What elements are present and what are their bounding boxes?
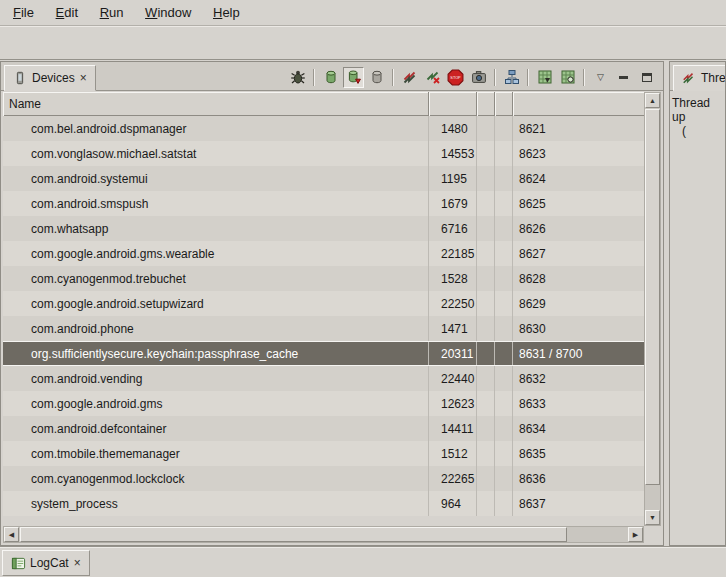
process-table: Name com.bel.android.dspmanager 1480 862…	[3, 92, 661, 543]
scroll-down-icon[interactable]: ▼	[645, 510, 660, 525]
scroll-right-icon[interactable]: ▶	[628, 527, 643, 542]
tab-threads[interactable]: Threads ×	[673, 65, 726, 91]
table-row[interactable]: com.google.android.setupwizard 22250 862…	[3, 291, 644, 316]
opengl-trace-icon[interactable]	[557, 67, 578, 88]
cell-empty-1	[477, 391, 495, 416]
stop-icon-label: STOP	[450, 76, 461, 80]
menu-run[interactable]: Run	[91, 2, 133, 23]
maximize-icon[interactable]	[636, 67, 657, 88]
horizontal-scrollbar[interactable]: ◀ ▶	[3, 526, 644, 543]
vertical-scrollbar[interactable]: ▲ ▼	[644, 92, 661, 526]
table-row[interactable]: com.android.phone 1471 8630	[3, 316, 644, 341]
cell-name: com.cyanogenmod.trebuchet	[3, 266, 429, 291]
cell-empty-2	[495, 291, 513, 316]
vertical-scroll-thumb[interactable]	[645, 109, 660, 485]
table-row[interactable]: com.cyanogenmod.trebuchet 1528 8628	[3, 266, 644, 291]
table-row[interactable]: com.android.defcontainer 14411 8634	[3, 416, 644, 441]
cell-pid: 12623	[429, 391, 477, 416]
debug-process-icon[interactable]	[287, 67, 308, 88]
column-header-empty-1[interactable]	[477, 92, 495, 116]
cell-pid: 20311	[429, 342, 477, 365]
table-row[interactable]: com.tmobile.thememanager 1512 8635	[3, 441, 644, 466]
menu-file[interactable]: File	[4, 2, 43, 23]
column-header-pid[interactable]	[429, 92, 477, 116]
cell-name: com.google.android.gms	[3, 391, 429, 416]
table-row[interactable]: com.android.smspush 1679 8625	[3, 191, 644, 216]
update-heap-icon[interactable]	[320, 67, 341, 88]
cell-port: 8627	[513, 241, 644, 266]
cell-pid: 22250	[429, 291, 477, 316]
scroll-up-icon[interactable]: ▲	[645, 93, 660, 108]
threads-message-line2: (	[672, 124, 723, 138]
table-row[interactable]: system_process 964 8637	[3, 491, 644, 516]
cell-empty-1	[477, 366, 495, 391]
cell-empty-2	[495, 342, 513, 365]
table-row[interactable]: com.bel.android.dspmanager 1480 8621	[3, 116, 644, 141]
cell-port: 8632	[513, 366, 644, 391]
table-row[interactable]: com.cyanogenmod.lockclock 22265 8636	[3, 466, 644, 491]
cell-name: system_process	[3, 491, 429, 516]
cell-port: 8635	[513, 441, 644, 466]
cell-empty-1	[477, 491, 495, 516]
tab-devices[interactable]: Devices ×	[4, 65, 96, 91]
cell-empty-2	[495, 241, 513, 266]
table-row[interactable]: com.android.vending 22440 8632	[3, 366, 644, 391]
column-header-port[interactable]	[513, 92, 644, 116]
cell-pid: 6716	[429, 216, 477, 241]
menu-help[interactable]: Help	[204, 2, 249, 23]
horizontal-scroll-thumb[interactable]	[20, 527, 567, 542]
cell-pid: 22265	[429, 466, 477, 491]
cell-empty-1	[477, 216, 495, 241]
cell-pid: 22440	[429, 366, 477, 391]
cell-empty-2	[495, 391, 513, 416]
cell-empty-1	[477, 166, 495, 191]
menu-edit[interactable]: Edit	[47, 2, 87, 23]
device-icon	[12, 70, 28, 86]
method-profiling-icon[interactable]	[422, 67, 443, 88]
systrace-icon[interactable]	[534, 67, 555, 88]
screen-capture-icon[interactable]	[468, 67, 489, 88]
dump-hprof-icon[interactable]	[343, 67, 364, 88]
table-row[interactable]: org.sufficientlysecure.keychain:passphra…	[3, 341, 644, 366]
scroll-left-icon[interactable]: ◀	[4, 527, 19, 542]
column-header-empty-2[interactable]	[495, 92, 513, 116]
cell-port: 8628	[513, 266, 644, 291]
cell-name: com.vonglasow.michael.satstat	[3, 141, 429, 166]
cause-gc-icon[interactable]	[366, 67, 387, 88]
cell-name: com.tmobile.thememanager	[3, 441, 429, 466]
cell-port: 8631 / 8700	[513, 342, 644, 365]
cell-empty-2	[495, 116, 513, 141]
devices-tabbar: Devices ×	[1, 62, 663, 91]
toolbar-separator	[583, 69, 585, 86]
table-row[interactable]: com.google.android.gms.wearable 22185 86…	[3, 241, 644, 266]
table-row[interactable]: com.vonglasow.michael.satstat 14553 8623	[3, 141, 644, 166]
table-row[interactable]: com.google.android.gms 12623 8633	[3, 391, 644, 416]
cell-empty-1	[477, 191, 495, 216]
close-icon[interactable]: ×	[73, 557, 82, 569]
cell-port: 8634	[513, 416, 644, 441]
cell-name: com.android.phone	[3, 316, 429, 341]
cell-empty-2	[495, 266, 513, 291]
table-row[interactable]: com.whatsapp 6716 8626	[3, 216, 644, 241]
stop-process-icon[interactable]: STOP	[445, 67, 466, 88]
cell-name: com.whatsapp	[3, 216, 429, 241]
cell-pid: 1480	[429, 116, 477, 141]
view-hierarchy-icon[interactable]	[501, 67, 522, 88]
main-toolbar	[0, 26, 726, 60]
update-threads-icon[interactable]	[399, 67, 420, 88]
view-menu-icon[interactable]: ▽	[590, 67, 611, 88]
cell-empty-2	[495, 441, 513, 466]
cell-empty-2	[495, 191, 513, 216]
menu-window[interactable]: Window	[136, 2, 200, 23]
cell-port: 8636	[513, 466, 644, 491]
cell-pid: 1679	[429, 191, 477, 216]
cell-port: 8626	[513, 216, 644, 241]
table-row[interactable]: com.android.systemui 1195 8624	[3, 166, 644, 191]
tab-logcat[interactable]: LogCat ×	[2, 550, 90, 576]
close-icon[interactable]: ×	[79, 72, 88, 84]
cell-empty-1	[477, 241, 495, 266]
cell-port: 8623	[513, 141, 644, 166]
column-header-name[interactable]: Name	[3, 92, 429, 116]
cell-port: 8625	[513, 191, 644, 216]
minimize-icon[interactable]	[613, 67, 634, 88]
